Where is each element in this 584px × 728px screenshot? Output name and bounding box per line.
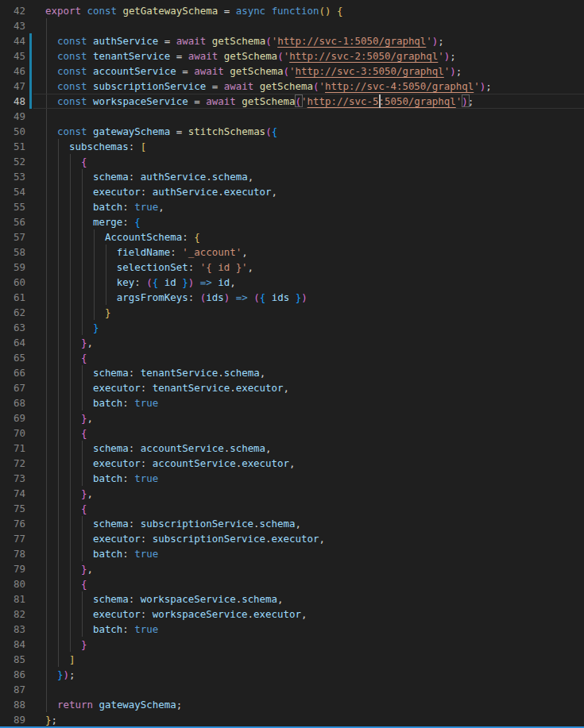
- code-line[interactable]: 51 subschemas: [: [0, 139, 584, 154]
- line-number: 78: [0, 546, 25, 561]
- code-text: },: [45, 410, 93, 426]
- code-line[interactable]: 70 {: [0, 426, 584, 441]
- code-line[interactable]: 43: [0, 18, 584, 33]
- code-line[interactable]: 68 batch: true: [0, 395, 584, 410]
- line-number: 77: [0, 531, 25, 546]
- code-text: batch: true: [45, 471, 158, 486]
- code-line[interactable]: 67 executor: tenantService.executor,: [0, 380, 584, 395]
- code-text: schema: accountService.schema,: [45, 441, 272, 456]
- code-text: selectionSet: '{ id }',: [45, 260, 253, 275]
- code-line[interactable]: 76 schema: subscriptionService.schema,: [0, 516, 584, 531]
- code-line[interactable]: 50 const gatewaySchema = stitchSchemas({: [0, 124, 584, 139]
- line-number: 57: [0, 229, 25, 245]
- code-line[interactable]: 75 {: [0, 501, 584, 516]
- code-line[interactable]: 52 {: [0, 154, 584, 169]
- code-text: executor: workspaceService.executor,: [45, 607, 307, 622]
- line-number: 89: [0, 712, 25, 727]
- code-line[interactable]: 85 ]: [0, 652, 584, 667]
- code-text: {: [45, 426, 87, 441]
- line-number: 61: [0, 290, 25, 305]
- code-line[interactable]: 58 fieldName: '_account',: [0, 245, 584, 260]
- code-text: },: [45, 335, 93, 350]
- code-line[interactable]: 71 schema: accountService.schema,: [0, 441, 584, 456]
- line-number: 50: [0, 124, 25, 139]
- code-text: schema: workspaceService.schema,: [45, 591, 284, 607]
- code-text: const accountService = await getSchema('…: [45, 64, 462, 79]
- code-text: schema: tenantService.schema,: [45, 365, 265, 380]
- code-text: const authService = await getSchema('htt…: [45, 33, 444, 48]
- code-line[interactable]: 55 batch: true,: [0, 199, 584, 214]
- code-lines-container[interactable]: 42export const getGatewaySchema = async …: [0, 3, 584, 727]
- code-line[interactable]: 88 return gatewaySchema;: [0, 697, 584, 712]
- code-line[interactable]: 66 schema: tenantService.schema,: [0, 365, 584, 380]
- code-line[interactable]: 64 },: [0, 335, 584, 350]
- line-number: 85: [0, 652, 25, 667]
- line-number: 66: [0, 365, 25, 380]
- code-text: const gatewaySchema = stitchSchemas({: [45, 124, 277, 139]
- code-line[interactable]: 78 batch: true: [0, 546, 584, 561]
- code-editor[interactable]: 42export const getGatewaySchema = async …: [0, 0, 584, 728]
- code-text: {: [45, 576, 87, 591]
- code-line[interactable]: 72 executor: accountService.executor,: [0, 456, 584, 471]
- line-number: 82: [0, 607, 25, 622]
- code-line[interactable]: 54 executor: authService.executor,: [0, 184, 584, 199]
- code-line[interactable]: 61 argsFromKeys: (ids) => ({ ids }): [0, 290, 584, 305]
- line-number: 79: [0, 561, 25, 576]
- line-number: 62: [0, 305, 25, 320]
- code-line[interactable]: 79 },: [0, 561, 584, 576]
- code-line[interactable]: 87: [0, 682, 584, 697]
- line-number: 70: [0, 426, 25, 441]
- code-line[interactable]: 89};: [0, 712, 584, 727]
- code-text: };: [45, 712, 57, 727]
- code-line[interactable]: 62 }: [0, 305, 584, 320]
- code-line[interactable]: 81 schema: workspaceService.schema,: [0, 591, 584, 607]
- code-line[interactable]: 42export const getGatewaySchema = async …: [0, 3, 584, 18]
- code-line[interactable]: 84 }: [0, 637, 584, 652]
- code-line[interactable]: 69 },: [0, 410, 584, 426]
- code-line[interactable]: 83 batch: true: [0, 622, 584, 637]
- code-line[interactable]: 74 },: [0, 486, 584, 501]
- line-number: 65: [0, 350, 25, 365]
- line-number: 45: [0, 48, 25, 64]
- code-line[interactable]: 47 const subscriptionService = await get…: [0, 79, 584, 94]
- code-text: batch: true: [45, 622, 158, 637]
- line-number: 60: [0, 275, 25, 290]
- line-number: 51: [0, 139, 25, 154]
- code-line[interactable]: 57 AccountSchema: {: [0, 229, 584, 245]
- code-text: batch: true,: [45, 199, 164, 214]
- line-number: 88: [0, 697, 25, 712]
- line-number: 43: [0, 18, 25, 33]
- code-text: executor: authService.executor,: [45, 184, 277, 199]
- code-line[interactable]: 48 const workspaceService = await getSch…: [0, 94, 584, 109]
- code-line[interactable]: 86 });: [0, 667, 584, 682]
- code-line[interactable]: 65 {: [0, 350, 584, 365]
- code-text: executor: tenantService.executor,: [45, 380, 289, 395]
- code-line[interactable]: 77 executor: subscriptionService.executo…: [0, 531, 584, 546]
- code-line[interactable]: 63 }: [0, 320, 584, 335]
- code-line[interactable]: 80 {: [0, 576, 584, 591]
- code-line[interactable]: 59 selectionSet: '{ id }',: [0, 260, 584, 275]
- line-number: 67: [0, 380, 25, 395]
- line-number: 47: [0, 79, 25, 94]
- indent-guide: [46, 682, 47, 697]
- code-text: executor: accountService.executor,: [45, 456, 296, 471]
- code-line[interactable]: 73 batch: true: [0, 471, 584, 486]
- code-line[interactable]: 46 const accountService = await getSchem…: [0, 64, 584, 79]
- code-text: return gatewaySchema;: [45, 697, 182, 712]
- line-number: 74: [0, 486, 25, 501]
- line-number: 56: [0, 214, 25, 229]
- line-number: 42: [0, 3, 25, 18]
- code-line[interactable]: 53 schema: authService.schema,: [0, 169, 584, 184]
- line-number: 68: [0, 395, 25, 410]
- code-text: const workspaceService = await getSchema…: [45, 94, 474, 109]
- code-line[interactable]: 45 const tenantService = await getSchema…: [0, 48, 584, 64]
- code-line[interactable]: 60 key: ({ id }) => id,: [0, 275, 584, 290]
- code-text: {: [45, 501, 87, 516]
- line-number: 48: [0, 94, 25, 109]
- code-line[interactable]: 49: [0, 109, 584, 124]
- code-line[interactable]: 44 const authService = await getSchema('…: [0, 33, 584, 48]
- line-number: 71: [0, 441, 25, 456]
- code-line[interactable]: 82 executor: workspaceService.executor,: [0, 607, 584, 622]
- code-line[interactable]: 56 merge: {: [0, 214, 584, 229]
- code-text: {: [45, 154, 87, 169]
